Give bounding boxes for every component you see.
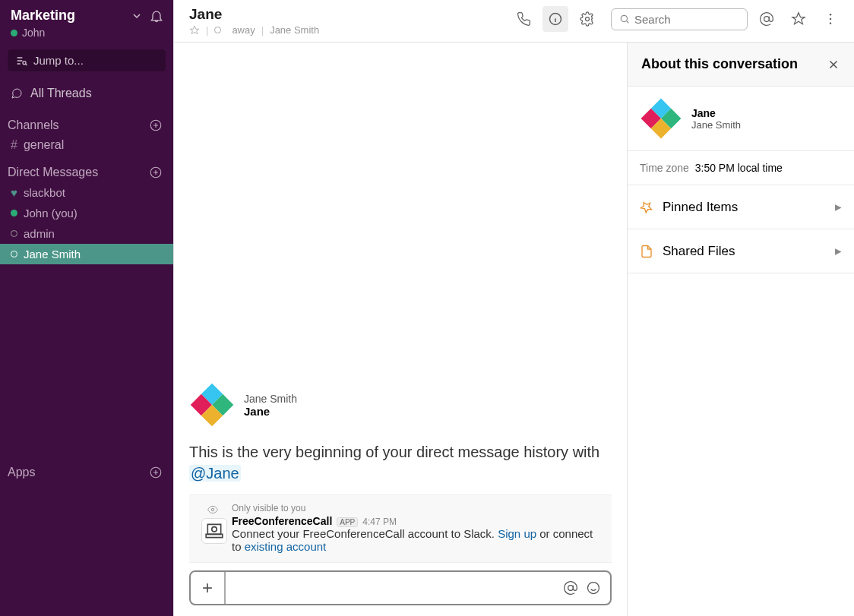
close-icon[interactable] <box>827 58 840 71</box>
existing-account-link[interactable]: existing account <box>245 540 327 553</box>
chevron-right-icon: ▸ <box>835 199 842 215</box>
chevron-right-icon: ▸ <box>835 243 842 259</box>
svg-point-0 <box>23 61 26 64</box>
pinned-items-row[interactable]: Pinned Items ▸ <box>628 185 854 229</box>
file-icon <box>640 245 653 258</box>
intro-fullname: Jane Smith <box>244 393 297 405</box>
channels-label[interactable]: Channels <box>8 118 59 132</box>
star-button[interactable] <box>786 6 811 32</box>
signup-link[interactable]: Sign up <box>498 527 536 540</box>
conversation-title: Jane <box>189 6 511 23</box>
search-list-icon <box>15 55 27 67</box>
dm-item-slackbot[interactable]: ♥ slackbot <box>0 182 173 203</box>
call-button[interactable] <box>511 6 536 32</box>
dm-name: John (you) <box>24 207 77 220</box>
presence-away-icon <box>11 230 17 237</box>
dm-label[interactable]: Direct Messages <box>8 166 98 179</box>
dm-intro: Jane Smith Jane This is the very beginni… <box>189 382 612 494</box>
svg-point-8 <box>830 14 832 16</box>
system-message: Only visible to you FreeConferenceCall A… <box>189 494 612 563</box>
search-icon <box>619 13 630 25</box>
status-text: away <box>232 24 255 36</box>
dm-item-jane[interactable]: Jane Smith <box>0 244 173 264</box>
presence-away-icon <box>214 27 221 33</box>
star-icon[interactable] <box>189 25 200 36</box>
settings-button[interactable] <box>574 6 600 32</box>
add-channel-button[interactable] <box>149 118 163 132</box>
svg-point-18 <box>568 586 574 591</box>
apps-header: Apps <box>0 466 173 616</box>
heart-icon: ♥ <box>11 186 17 199</box>
hash-icon: # <box>11 138 17 152</box>
app-badge: APP <box>337 517 358 527</box>
message-time: 4:47 PM <box>362 516 397 527</box>
all-threads-label: All Threads <box>30 87 92 100</box>
threads-icon <box>11 87 23 100</box>
current-user-row[interactable]: John <box>0 27 173 46</box>
svg-point-10 <box>830 23 832 25</box>
dm-header: Direct Messages <box>0 155 173 182</box>
topbar: Jane | away | Jane Smith <box>174 0 854 43</box>
svg-point-16 <box>211 508 214 511</box>
svg-point-17 <box>212 527 217 532</box>
dm-name: Jane Smith <box>24 248 81 261</box>
mention-link[interactable]: @Jane <box>189 465 241 482</box>
pin-icon <box>640 201 653 214</box>
svg-point-9 <box>830 18 832 21</box>
emoji-button[interactable] <box>586 580 601 595</box>
svg-point-19 <box>588 583 599 594</box>
presence-away-icon <box>11 251 17 257</box>
avatar <box>189 382 235 428</box>
tz-value: 3:50 PM local time <box>695 162 783 174</box>
eye-icon <box>207 504 218 515</box>
full-name-text: Jane Smith <box>270 24 319 36</box>
dm-name: slackbot <box>24 186 65 199</box>
message-composer: + <box>189 570 612 605</box>
dm-item-john[interactable]: John (you) <box>0 203 173 223</box>
jump-to-label: Jump to... <box>33 54 84 67</box>
channel-item-general[interactable]: # general <box>0 135 173 155</box>
jump-to-input[interactable]: Jump to... <box>8 49 166 71</box>
timezone-row: Time zone 3:50 PM local time <box>628 151 854 185</box>
current-user-name: John <box>22 27 45 39</box>
channels-header: Channels <box>0 108 173 135</box>
svg-point-6 <box>621 15 627 21</box>
bell-icon[interactable] <box>149 8 164 24</box>
channel-header: Jane | away | Jane Smith <box>189 6 511 36</box>
attach-button[interactable]: + <box>191 572 226 604</box>
details-panel: About this conversation Jane Jane Smith <box>628 43 854 616</box>
pinned-label: Pinned Items <box>663 200 738 215</box>
dm-name: admin <box>24 227 55 240</box>
sys-body-1: Connect your FreeConferenceCall account … <box>232 527 498 540</box>
all-threads-link[interactable]: All Threads <box>0 79 173 108</box>
tz-label: Time zone <box>640 162 689 174</box>
details-user-row[interactable]: Jane Jane Smith <box>628 87 854 151</box>
mention-button[interactable] <box>563 580 578 595</box>
shared-files-row[interactable]: Shared Files ▸ <box>628 229 854 273</box>
info-button[interactable] <box>542 6 568 32</box>
avatar <box>640 97 682 140</box>
message-input[interactable] <box>226 582 563 595</box>
apps-label[interactable]: Apps <box>8 466 35 479</box>
add-app-button[interactable] <box>149 466 163 479</box>
chevron-down-icon <box>132 11 141 21</box>
presence-online-icon <box>11 30 17 36</box>
workspace-header[interactable]: Marketing <box>0 0 173 27</box>
sidebar: Marketing John Jump to... All Threads Ch… <box>0 0 173 616</box>
search-box[interactable] <box>611 8 748 30</box>
intro-text: This is the very beginning of your direc… <box>189 444 599 460</box>
dm-item-admin[interactable]: admin <box>0 223 173 244</box>
message-area: Jane Smith Jane This is the very beginni… <box>174 43 628 616</box>
svg-point-5 <box>586 17 590 21</box>
app-avatar <box>201 518 227 544</box>
details-title: About this conversation <box>641 56 798 72</box>
channel-name: general <box>24 138 64 152</box>
more-button[interactable] <box>818 6 843 32</box>
details-full-name: Jane Smith <box>691 119 741 131</box>
app-name: FreeConferenceCall <box>232 515 332 527</box>
mentions-button[interactable] <box>754 6 780 32</box>
add-dm-button[interactable] <box>149 166 163 179</box>
visibility-label: Only visible to you <box>232 503 305 513</box>
presence-online-icon <box>11 210 17 216</box>
search-input[interactable] <box>634 13 739 26</box>
